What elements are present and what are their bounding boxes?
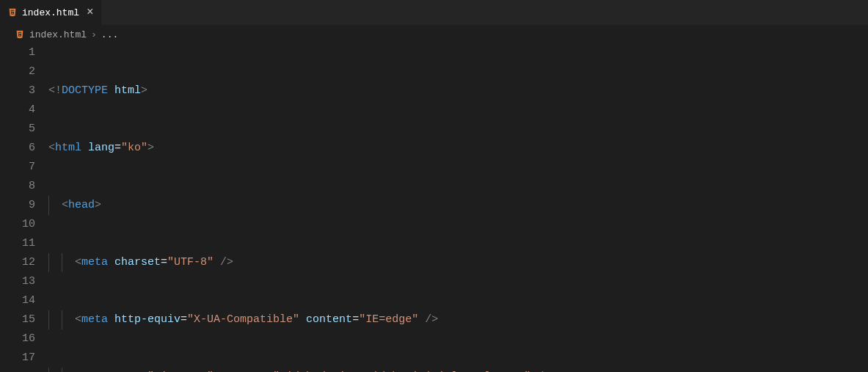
breadcrumb[interactable]: index.html › ... [0,26,868,43]
line-number: 13 [0,272,35,291]
code-line: <head> [48,196,868,215]
code-editor[interactable]: 1 2 3 4 5 6 7 8 9 10 11 12 13 14 15 16 1… [0,43,868,372]
tab-index-html[interactable]: index.html × [0,0,102,25]
line-number: 17 [0,349,35,368]
html-file-icon [7,7,18,18]
tab-label: index.html [22,7,79,18]
line-number: 11 [0,234,35,253]
line-number: 2 [0,62,35,81]
close-icon[interactable]: × [87,7,94,18]
breadcrumb-file: index.html [29,29,87,40]
line-number: 7 [0,158,35,177]
code-line: <meta name="viewport" content="width=dev… [48,368,868,372]
line-gutter: 1 2 3 4 5 6 7 8 9 10 11 12 13 14 15 16 1… [0,43,48,372]
line-number: 6 [0,139,35,158]
line-number: 12 [0,253,35,272]
line-number: 16 [0,329,35,349]
line-number: 14 [0,291,35,310]
line-number: 5 [0,120,35,139]
line-number: 8 [0,177,35,196]
code-line: <html lang="ko"> [48,139,868,158]
line-number: 10 [0,215,35,234]
line-number: 1 [0,43,35,62]
line-number: 3 [0,81,35,101]
chevron-right-icon: › [91,29,97,40]
line-number: 4 [0,101,35,120]
code-line: <!DOCTYPE html> [48,81,868,101]
tab-bar: index.html × [0,0,868,26]
line-number: 15 [0,310,35,329]
html-file-icon [15,29,25,40]
line-number: 9 [0,196,35,215]
breadcrumb-rest: ... [101,29,118,40]
code-line: <meta http-equiv="X-UA-Compatible" conte… [48,310,868,329]
code-content[interactable]: <!DOCTYPE html> <html lang="ko"> <head> … [48,43,868,372]
code-line: <meta charset="UTF-8" /> [48,253,868,272]
